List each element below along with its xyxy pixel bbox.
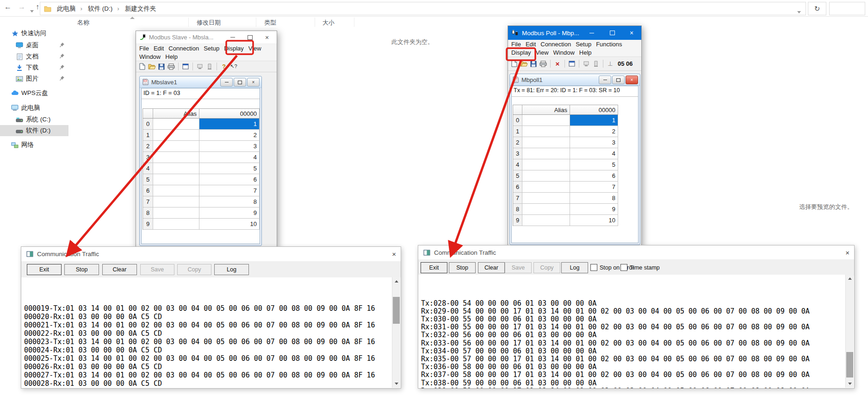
log-button[interactable]: Log [561, 262, 588, 273]
save-icon[interactable] [157, 63, 166, 70]
sidebar-item-this-pc[interactable]: 此电脑 [0, 102, 68, 113]
save-button[interactable]: Save [505, 262, 532, 273]
maximize-button[interactable] [605, 26, 619, 40]
register-row[interactable]: 2 3 [143, 141, 260, 152]
sidebar-item-wps-cloud[interactable]: WPS云盘 [0, 88, 68, 99]
doc-minimize-button[interactable] [599, 75, 611, 84]
clear-button[interactable]: Clear [478, 262, 505, 273]
sidebar-item-network[interactable]: 网络 [0, 139, 68, 151]
scrollbar[interactable] [845, 275, 854, 388]
menu-item[interactable]: Help [163, 53, 180, 60]
scroll-down-icon[interactable] [846, 380, 854, 388]
register-row[interactable]: 1 2 [513, 126, 618, 137]
menu-item[interactable]: View [533, 49, 551, 56]
register-row[interactable]: 0 1 [513, 115, 618, 126]
stop-button[interactable]: Stop [64, 264, 99, 275]
save-icon[interactable] [529, 60, 538, 68]
sidebar-item-quick-access[interactable]: 快速访问 [0, 28, 68, 39]
register-row[interactable]: 6 7 [513, 182, 618, 193]
print-icon[interactable] [539, 60, 547, 68]
sidebar-item-documents[interactable]: 文档 [0, 51, 68, 62]
register-row[interactable]: 8 9 [513, 204, 618, 215]
doc-minimize-button[interactable] [220, 78, 233, 87]
time-stamp-checkbox[interactable]: Time stamp [620, 264, 660, 271]
traffic-titlebar[interactable]: Communication Traffic × [418, 245, 854, 260]
scroll-up-icon[interactable] [392, 277, 400, 285]
menu-item[interactable]: Connection [538, 41, 573, 48]
display-def-icon[interactable] [196, 63, 204, 70]
doc-restore-button[interactable] [234, 78, 246, 87]
scrollbar-thumb[interactable] [393, 297, 400, 324]
doc-close-button[interactable]: × [626, 75, 638, 84]
minimize-button[interactable] [585, 26, 599, 40]
doc-close-button[interactable]: × [247, 78, 260, 87]
scrollbar-thumb[interactable] [846, 352, 853, 377]
open-folder-icon[interactable] [148, 63, 156, 70]
checkbox-icon[interactable] [620, 264, 627, 271]
maximize-button[interactable] [243, 31, 257, 44]
menu-item[interactable]: Display [222, 45, 246, 52]
register-row[interactable]: 9 10 [513, 215, 618, 226]
menu-item[interactable]: Setup [201, 45, 222, 52]
function-shortcuts-label[interactable]: 05 06 [618, 60, 633, 67]
register-row[interactable]: 7 8 [143, 196, 260, 207]
traffic-log[interactable]: 000019-Tx:01 03 14 00 01 00 02 00 03 00 … [21, 277, 392, 388]
menu-item[interactable]: Setup [573, 41, 594, 48]
exit-button[interactable]: Exit [421, 262, 447, 273]
breadcrumb[interactable]: 此电脑软件 (D:)新建文件夹 [54, 5, 159, 13]
forward-arrow-icon[interactable]: → [17, 3, 27, 11]
menu-item[interactable]: View [246, 45, 264, 52]
window-icon[interactable] [181, 63, 190, 70]
sidebar-item-desktop[interactable]: 桌面 [0, 40, 68, 51]
refresh-button[interactable]: ↻ [808, 2, 826, 15]
register-row[interactable]: 3 4 [513, 148, 618, 159]
cancel-icon[interactable]: × [553, 60, 562, 68]
value-column-header[interactable]: 00000 [570, 105, 618, 115]
register-row[interactable]: 5 6 [143, 174, 260, 185]
sidebar-item-drive-d[interactable]: 软件 (D:) [0, 125, 68, 136]
sidebar-item-drive-c[interactable]: 系统 (C:) [0, 114, 68, 125]
new-file-icon[interactable] [138, 63, 146, 70]
sidebar-item-downloads[interactable]: 下载 [0, 62, 68, 73]
copy-button[interactable]: Copy [533, 262, 560, 273]
breadcrumb-item[interactable]: 新建文件夹 [122, 5, 159, 13]
register-row[interactable]: 3 4 [143, 152, 260, 163]
register-row[interactable]: 5 6 [513, 170, 618, 182]
back-arrow-icon[interactable]: ← [3, 3, 13, 11]
mbpoll1-titlebar[interactable]: Mbpoll1 × [510, 74, 640, 86]
register-row[interactable]: 2 3 [513, 137, 618, 148]
scroll-up-icon[interactable] [846, 275, 854, 283]
poll-def-icon[interactable] [582, 60, 590, 68]
address-bar[interactable]: 此电脑软件 (D:)新建文件夹 [40, 2, 806, 15]
close-icon[interactable]: × [845, 249, 849, 257]
clamp-icon[interactable] [592, 60, 600, 68]
help-icon[interactable]: ? [220, 63, 228, 70]
column-header-name[interactable]: 名称 [77, 19, 89, 27]
stop-button[interactable]: Stop [449, 262, 476, 273]
register-row[interactable]: 8 9 [143, 207, 260, 219]
menu-item[interactable]: File [509, 41, 523, 48]
breadcrumb-item[interactable]: 软件 (D:) [85, 5, 122, 13]
traffic-titlebar[interactable]: Communication Traffic × [21, 247, 401, 261]
register-row[interactable]: 6 7 [143, 185, 260, 196]
scroll-down-icon[interactable] [392, 380, 400, 388]
menu-item[interactable]: File [137, 45, 151, 52]
menu-item[interactable]: Connection [166, 45, 201, 52]
column-header-size[interactable]: 大小 [322, 19, 335, 27]
minimize-button[interactable] [226, 31, 240, 44]
traffic-log[interactable]: Tx:028-00 54 00 00 00 06 01 03 00 00 00 … [418, 275, 846, 388]
close-icon[interactable]: × [392, 250, 396, 258]
menu-item[interactable]: Functions [594, 41, 624, 48]
menu-item[interactable]: Edit [523, 41, 538, 48]
menu-item[interactable]: Window [551, 49, 577, 56]
register-row[interactable]: 9 10 [143, 219, 260, 230]
menu-item[interactable]: Edit [151, 45, 166, 52]
column-header-type[interactable]: 类型 [264, 19, 276, 27]
new-file-icon[interactable] [510, 60, 518, 68]
address-dropdown-icon[interactable] [797, 7, 801, 15]
save-button[interactable]: Save [140, 264, 174, 275]
exit-button[interactable]: Exit [27, 264, 62, 275]
copy-button[interactable]: Copy [177, 264, 211, 275]
connect-icon[interactable]: ⊥ [606, 60, 614, 68]
menu-item[interactable]: Help [577, 49, 594, 56]
